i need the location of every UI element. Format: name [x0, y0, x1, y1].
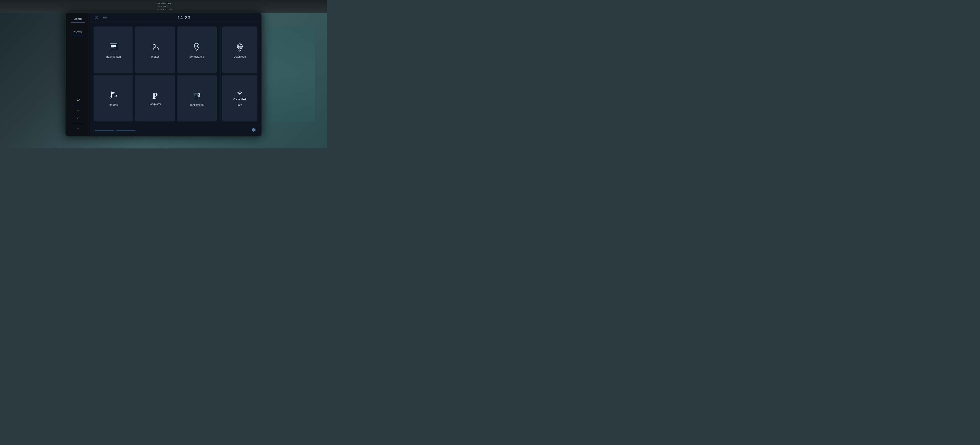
wifi-symbol [236, 90, 243, 97]
svg-point-11 [196, 45, 198, 47]
nachrichten-icon [109, 42, 118, 53]
main-content: ⓘ 14:23 [90, 13, 261, 136]
p-letter: P [153, 91, 158, 101]
info-tile[interactable]: Car-Net Info [222, 75, 257, 121]
svg-rect-18 [199, 95, 200, 97]
ctrl-divider-2 [72, 123, 84, 124]
parkplaetze-tile[interactable]: P Parkplätze [135, 75, 175, 121]
volume-icon: ◁ [75, 116, 82, 120]
menu-button[interactable]: MENU [71, 18, 85, 23]
wifi-icon [103, 16, 107, 20]
footer-tab-2[interactable] [116, 130, 135, 131]
volume-down-button[interactable]: − [75, 126, 82, 131]
nachrichten-tile[interactable]: Nachrichten [94, 27, 133, 73]
menu-underline [71, 22, 85, 23]
app-grid-right: Download Car-Net Info [220, 27, 257, 121]
download-label: Download [234, 55, 246, 58]
sonderziele-tile[interactable]: Sonderziele [177, 27, 216, 73]
app-grid-area: Nachrichten [90, 23, 261, 125]
info-label: Info [237, 103, 242, 106]
sidebar-controls: ⏻ + ◁ − [72, 97, 84, 136]
parkplaetze-icon: P [153, 92, 158, 100]
svg-line-9 [153, 44, 153, 45]
svg-point-15 [116, 95, 117, 97]
dashboard-bezel: PASSENGER AIR BAG OFF ✶✶ ON ⊗ [0, 0, 327, 13]
sidebar: MENU HOME ⏻ + ◁ − [66, 13, 90, 136]
power-button[interactable]: ⏻ [75, 97, 82, 102]
tankstellen-label: Tankstellen [190, 103, 204, 106]
routen-tile[interactable]: Routen [94, 75, 133, 121]
home-underline [71, 35, 85, 35]
nachrichten-label: Nachrichten [106, 55, 121, 58]
settings-button[interactable] [251, 127, 256, 134]
wetter-icon [150, 42, 160, 53]
time-display: 14:23 [112, 15, 256, 20]
carnet-icon: Car-Net [233, 90, 246, 101]
carnet-brand-text: Car-Net [233, 98, 246, 101]
footer-bar [90, 125, 261, 136]
routen-icon [109, 90, 118, 101]
svg-rect-17 [195, 94, 197, 96]
app-grid-main: Nachrichten [94, 27, 216, 121]
download-tile[interactable]: Download [222, 27, 257, 73]
svg-marker-13 [111, 92, 115, 94]
menu-label: MENU [73, 18, 82, 21]
tankstellen-tile[interactable]: Tankstellen [177, 75, 216, 121]
header-bar: ⓘ 14:23 [90, 13, 261, 23]
parkplaetze-label: Parkplätze [149, 103, 162, 105]
home-button[interactable]: HOME [71, 30, 85, 35]
ctrl-divider-1 [72, 105, 84, 105]
location-icon: ⓘ [95, 16, 98, 20]
svg-point-14 [110, 97, 111, 98]
tankstellen-icon [192, 90, 202, 101]
routen-label: Routen [109, 103, 118, 106]
wetter-tile[interactable]: Wetter [135, 27, 175, 73]
right-ambient-panel [267, 27, 315, 122]
wetter-label: Wetter [151, 55, 159, 58]
sonderziele-icon [192, 42, 202, 53]
volume-up-button[interactable]: + [75, 108, 82, 112]
infotainment-screen: MENU HOME ⏻ + ◁ − ⓘ 14:23 [65, 12, 262, 136]
airbag-label: PASSENGER AIR BAG OFF ✶✶ ON ⊗ [154, 2, 172, 11]
footer-tab-1[interactable] [95, 130, 114, 131]
home-label: HOME [73, 30, 82, 33]
sonderziele-label: Sonderziele [189, 55, 204, 58]
download-icon [235, 42, 245, 53]
